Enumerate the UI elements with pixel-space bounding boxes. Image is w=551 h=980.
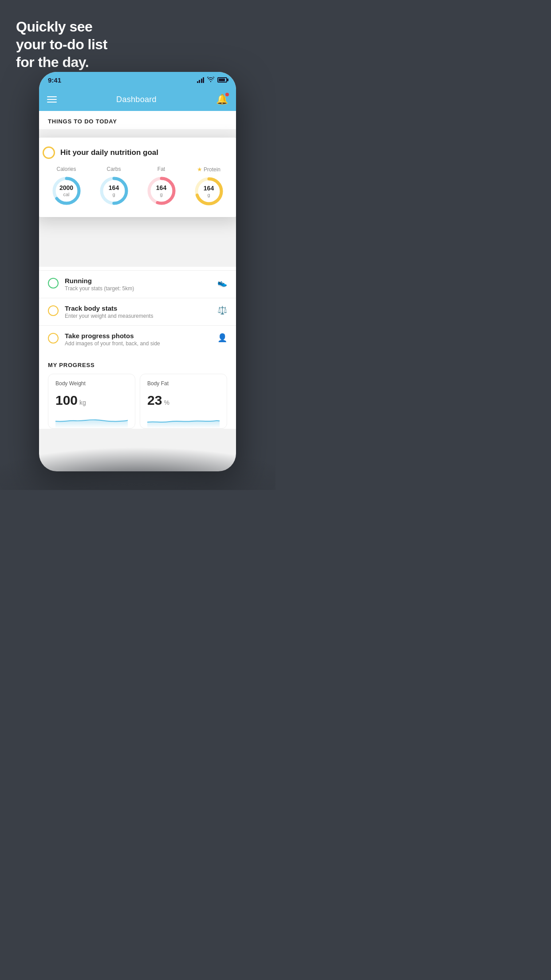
protein-donut: 164 g: [193, 175, 225, 207]
photos-check-circle[interactable]: [48, 333, 59, 344]
todo-item-running[interactable]: Running Track your stats (target: 5km) 👟: [39, 270, 236, 298]
nav-bar: Dashboard 🔔: [39, 88, 236, 111]
nutrition-card: Hit your daily nutrition goal Calories 2…: [39, 138, 236, 217]
nutrition-circles: Calories 2000 cal Carbs: [43, 166, 232, 207]
todo-item-body-stats[interactable]: Track body stats Enter your weight and m…: [39, 298, 236, 325]
progress-section: MY PROGRESS Body Weight 100 kg: [39, 353, 236, 429]
body-weight-card[interactable]: Body Weight 100 kg: [48, 374, 135, 429]
hero-text: Quickly see your to-do list for the day.: [16, 18, 107, 71]
nutrition-protein: ★ Protein 164 g: [193, 166, 225, 207]
running-text: Running Track your stats (target: 5km): [65, 277, 211, 292]
things-section-header: THINGS TO DO TODAY: [39, 111, 236, 129]
running-check-circle[interactable]: [48, 278, 59, 288]
body-weight-unit: kg: [79, 399, 86, 406]
nav-title: Dashboard: [116, 95, 157, 104]
body-fat-value: 23: [147, 393, 162, 408]
body-fat-label: Body Fat: [147, 380, 220, 387]
fat-donut: 164 g: [146, 175, 177, 207]
body-stats-check-circle[interactable]: [48, 305, 59, 316]
nutrition-card-title: Hit your daily nutrition goal: [60, 148, 158, 157]
nutrition-check-circle[interactable]: [43, 146, 55, 159]
photos-subtitle: Add images of your front, back, and side: [65, 340, 211, 347]
calories-donut: 2000 cal: [51, 175, 83, 207]
body-fat-card[interactable]: Body Fat 23 %: [140, 374, 227, 429]
todo-list: Running Track your stats (target: 5km) 👟…: [39, 267, 236, 353]
body-weight-label: Body Weight: [55, 380, 128, 387]
nutrition-fat: Fat 164 g: [146, 166, 177, 207]
status-icons: [197, 77, 228, 83]
running-icon: 👟: [217, 278, 227, 288]
nutrition-carbs: Carbs 164 g: [98, 166, 130, 207]
signal-icon: [197, 77, 205, 83]
running-subtitle: Track your stats (target: 5km): [65, 285, 211, 292]
running-title: Running: [65, 277, 211, 285]
protein-star-icon: ★: [197, 166, 202, 173]
fat-label: Fat: [157, 166, 165, 172]
progress-cards: Body Weight 100 kg: [48, 374, 227, 429]
body-fat-sparkline: [147, 412, 220, 428]
phone-mockup: 9:41 Dashboard 🔔: [39, 72, 236, 471]
todo-item-photos[interactable]: Take progress photos Add images of your …: [39, 325, 236, 353]
body-stats-title: Track body stats: [65, 304, 211, 312]
wifi-icon: [207, 77, 214, 83]
progress-heading: MY PROGRESS: [48, 362, 227, 368]
status-bar: 9:41: [39, 72, 236, 88]
body-stats-icon: ⚖️: [217, 305, 227, 315]
body-stats-text: Track body stats Enter your weight and m…: [65, 304, 211, 319]
body-weight-value: 100: [55, 393, 78, 408]
things-heading: THINGS TO DO TODAY: [48, 118, 227, 125]
photos-title: Take progress photos: [65, 332, 211, 340]
notification-bell[interactable]: 🔔: [216, 94, 228, 105]
photos-text: Take progress photos Add images of your …: [65, 332, 211, 347]
calories-label: Calories: [56, 166, 76, 172]
nutrition-calories: Calories 2000 cal: [51, 166, 83, 207]
body-weight-sparkline: [55, 412, 128, 428]
carbs-label: Carbs: [106, 166, 121, 172]
battery-icon: [217, 77, 227, 83]
notification-dot: [225, 93, 229, 96]
protein-label: ★ Protein: [197, 166, 220, 173]
photos-icon: 👤: [217, 333, 227, 343]
carbs-donut: 164 g: [98, 175, 130, 207]
body-stats-subtitle: Enter your weight and measurements: [65, 313, 211, 319]
body-fat-unit: %: [164, 399, 169, 406]
hamburger-menu[interactable]: [47, 96, 57, 103]
status-time: 9:41: [48, 76, 61, 84]
